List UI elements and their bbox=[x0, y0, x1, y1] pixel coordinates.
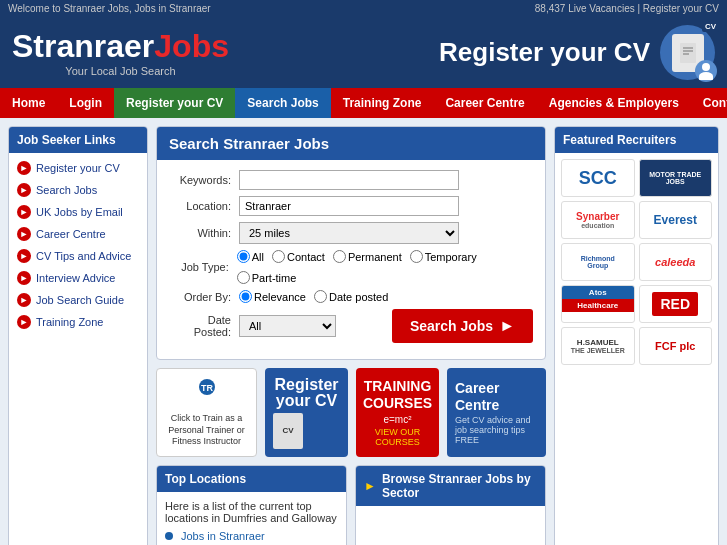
nav-search-jobs[interactable]: Search Jobs bbox=[235, 88, 330, 118]
banner-courses[interactable]: TRAINING COURSES e=mc² VIEW OUR COURSES bbox=[356, 368, 439, 457]
jobtype-parttime[interactable]: Part-time bbox=[237, 271, 297, 284]
within-label: Within: bbox=[169, 227, 239, 239]
jobtype-row: Job Type: All Contact Permanent Temporar… bbox=[169, 250, 533, 284]
location-input[interactable] bbox=[239, 196, 459, 216]
recruiter-hsamuel[interactable]: H.SAMUEL THE JEWELLER bbox=[561, 327, 635, 365]
header: Stranraer Jobs Your Local Job Search Reg… bbox=[0, 17, 727, 88]
left-sidebar: Job Seeker Links ► Register your CV ► Se… bbox=[8, 126, 148, 545]
location-label: Location: bbox=[169, 200, 239, 212]
search-box-title: Search Stranraer Jobs bbox=[157, 127, 545, 160]
orderby-relevance[interactable]: Relevance bbox=[239, 290, 306, 303]
top-bar: Welcome to Stranraer Jobs, Jobs in Stran… bbox=[0, 0, 727, 17]
logo-stranraer: Stranraer bbox=[12, 28, 154, 65]
bottom-sectors: ► Browse Stranraer Jobs by Sector bbox=[355, 465, 546, 545]
sidebar-item-register-cv[interactable]: ► Register your CV bbox=[9, 157, 147, 179]
svg-rect-0 bbox=[680, 43, 696, 63]
jobtype-radios: All Contact Permanent Temporary Part-tim… bbox=[237, 250, 533, 284]
arrow-icon: ► bbox=[17, 315, 31, 329]
locations-text: Here is a list of the current top locati… bbox=[165, 500, 338, 524]
bottom-locations-content: Here is a list of the current top locati… bbox=[157, 492, 346, 545]
orderby-label: Order By: bbox=[169, 291, 239, 303]
keywords-input[interactable] bbox=[239, 170, 459, 190]
sector-title[interactable]: ► Browse Stranraer Jobs by Sector bbox=[356, 466, 545, 506]
jobtype-label: Job Type: bbox=[169, 261, 237, 273]
arrow-icon: ► bbox=[17, 227, 31, 241]
banner-training[interactable]: TR Click to Train as a Personal Trainer … bbox=[156, 368, 257, 457]
orderby-date[interactable]: Date posted bbox=[314, 290, 388, 303]
search-button[interactable]: Search Jobs ► bbox=[392, 309, 533, 343]
orderby-radios: Relevance Date posted bbox=[239, 290, 388, 303]
register-cv-banner[interactable]: Register your CV CV bbox=[439, 25, 715, 80]
right-title: Featured Recruiters bbox=[555, 127, 718, 153]
sidebar-item-search-jobs[interactable]: ► Search Jobs bbox=[9, 179, 147, 201]
recruiter-fcf[interactable]: FCF plc bbox=[639, 327, 713, 365]
nav-career-centre[interactable]: Career Centre bbox=[433, 88, 536, 118]
arrow-icon: ► bbox=[17, 183, 31, 197]
sidebar-item-job-search-guide[interactable]: ► Job Search Guide bbox=[9, 289, 147, 311]
training-text: Click to Train as a Personal Trainer or … bbox=[165, 413, 248, 448]
arrow-icon: ► bbox=[17, 249, 31, 263]
dot-icon bbox=[165, 532, 173, 540]
within-row: Within: 25 miles 5 miles 10 miles 15 mil… bbox=[169, 222, 533, 244]
logo-tagline: Your Local Job Search bbox=[12, 65, 229, 77]
search-arrow-icon: ► bbox=[499, 317, 515, 335]
top-bar-left: Welcome to Stranraer Jobs, Jobs in Stran… bbox=[8, 3, 211, 14]
dateposted-select[interactable]: All Today Last 3 days Last week Last 2 w… bbox=[239, 315, 336, 337]
arrow-icon: ► bbox=[17, 161, 31, 175]
sidebar-item-uk-jobs[interactable]: ► UK Jobs by Email bbox=[9, 201, 147, 223]
sidebar-item-training[interactable]: ► Training Zone bbox=[9, 311, 147, 333]
nav: Home Login Register your CV Search Jobs … bbox=[0, 88, 727, 118]
banner-register[interactable]: Register your CV CV bbox=[265, 368, 348, 457]
recruiter-red[interactable]: RED bbox=[639, 285, 713, 323]
center-content: Search Stranraer Jobs Keywords: Location… bbox=[156, 126, 546, 545]
nav-login[interactable]: Login bbox=[57, 88, 114, 118]
nav-training-zone[interactable]: Training Zone bbox=[331, 88, 434, 118]
nav-home[interactable]: Home bbox=[0, 88, 57, 118]
arrow-icon: ► bbox=[17, 293, 31, 307]
arrow-icon: ► bbox=[17, 205, 31, 219]
career-sub: Get CV advice and job searching tips FRE… bbox=[455, 415, 538, 445]
career-title: Career Centre bbox=[455, 380, 538, 414]
recruiter-synarber[interactable]: Synarber education bbox=[561, 201, 635, 239]
sidebar-item-career-centre[interactable]: ► Career Centre bbox=[9, 223, 147, 245]
sidebar-item-cv-tips[interactable]: ► CV Tips and Advice bbox=[9, 245, 147, 267]
jobtype-all[interactable]: All bbox=[237, 250, 264, 263]
search-form: Keywords: Location: Within: 25 miles 5 m… bbox=[157, 160, 545, 359]
logo[interactable]: Stranraer Jobs Your Local Job Search bbox=[12, 28, 229, 77]
recruiter-everest[interactable]: Everest bbox=[639, 201, 713, 239]
keywords-row: Keywords: bbox=[169, 170, 533, 190]
dateposted-row: Date Posted: All Today Last 3 days Last … bbox=[169, 309, 533, 343]
logo-jobs: Jobs bbox=[154, 28, 229, 65]
orderby-row: Order By: Relevance Date posted bbox=[169, 290, 533, 303]
jobtype-contact[interactable]: Contact bbox=[272, 250, 325, 263]
jobtype-temporary[interactable]: Temporary bbox=[410, 250, 477, 263]
banner-register-title: Register your CV bbox=[273, 377, 340, 409]
recruiter-atos-healthcare[interactable]: Atos Healthcare bbox=[561, 285, 635, 323]
recruiter-richmond[interactable]: Richmond Group bbox=[561, 243, 635, 281]
nav-contact[interactable]: Contact Us bbox=[691, 88, 727, 118]
right-sidebar: Featured Recruiters SCC MOTOR TRADE JOBS… bbox=[554, 126, 719, 545]
sector-arrow-icon: ► bbox=[364, 479, 376, 493]
banner-row: TR Click to Train as a Personal Trainer … bbox=[156, 368, 546, 457]
svg-text:TR: TR bbox=[201, 383, 213, 393]
nav-agencies[interactable]: Agencies & Employers bbox=[537, 88, 691, 118]
bottom-locations: Top Locations Here is a list of the curr… bbox=[156, 465, 347, 545]
recruiter-caleeda[interactable]: caleeda bbox=[639, 243, 713, 281]
jobtype-permanent[interactable]: Permanent bbox=[333, 250, 402, 263]
search-box: Search Stranraer Jobs Keywords: Location… bbox=[156, 126, 546, 360]
banner-career[interactable]: Career Centre Get CV advice and job sear… bbox=[447, 368, 546, 457]
main-layout: Job Seeker Links ► Register your CV ► Se… bbox=[0, 118, 727, 545]
location-row: Location: bbox=[169, 196, 533, 216]
recruiter-motor[interactable]: MOTOR TRADE JOBS bbox=[639, 159, 713, 197]
recruiter-grid: SCC MOTOR TRADE JOBS Synarber education … bbox=[555, 153, 718, 371]
dateposted-label: Date Posted: bbox=[169, 314, 239, 338]
emc-label: e=mc² bbox=[363, 414, 432, 425]
within-select[interactable]: 25 miles 5 miles 10 miles 15 miles 20 mi… bbox=[239, 222, 459, 244]
bottom-row: Top Locations Here is a list of the curr… bbox=[156, 465, 546, 545]
sidebar-links: ► Register your CV ► Search Jobs ► UK Jo… bbox=[9, 153, 147, 337]
jobs-in-stranraer-link[interactable]: Jobs in Stranraer bbox=[165, 530, 338, 542]
keywords-label: Keywords: bbox=[169, 174, 239, 186]
nav-register-cv[interactable]: Register your CV bbox=[114, 88, 235, 118]
sidebar-item-interview[interactable]: ► Interview Advice bbox=[9, 267, 147, 289]
recruiter-scc[interactable]: SCC bbox=[561, 159, 635, 197]
